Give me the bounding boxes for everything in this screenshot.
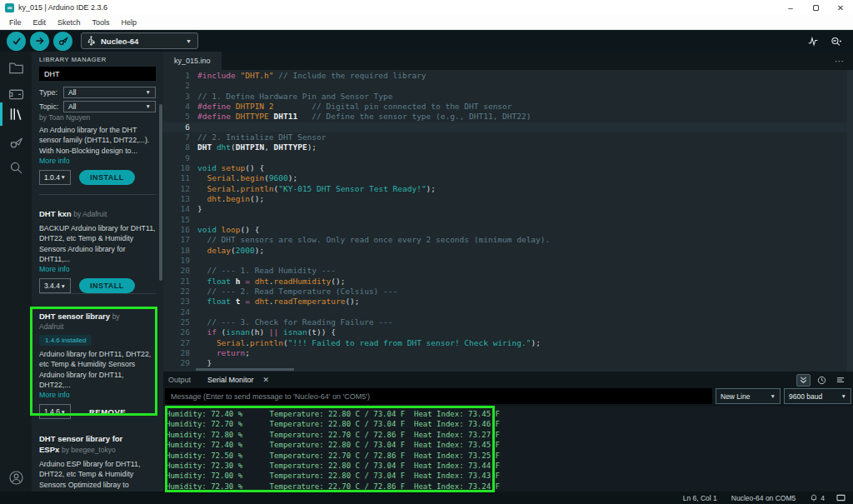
code-text: // --- 3. Check for Reading Failure --- [190, 317, 393, 327]
code-line: 15 [163, 215, 853, 225]
code-text: dht.begin(); [190, 194, 264, 204]
code-text [190, 256, 197, 266]
code-line: 27 Serial.println("!!! Failed to read fr… [163, 338, 853, 348]
library-item-dht-espx: DHT sensor library for ESPx by beegee_to… [39, 433, 157, 492]
menubar: File Edit Sketch Tools Help [0, 15, 853, 30]
window-title: ky_015 | Arduino IDE 2.3.6 [18, 3, 107, 12]
restore-button[interactable] [803, 0, 828, 15]
toolbar: Nucleo-64 ▼ [0, 30, 853, 52]
version-dropdown[interactable]: 3.4.4 ▼ [39, 278, 71, 293]
serial-plotter-icon[interactable] [807, 36, 819, 47]
debug-icon [57, 36, 68, 47]
serial-output[interactable]: Humidity: 72.40 % Temperature: 22.80 C /… [163, 407, 853, 492]
autoscroll-toggle[interactable] [796, 374, 811, 387]
sidebar-item-debug[interactable] [7, 133, 25, 152]
close-icon[interactable]: ✕ [263, 376, 270, 384]
line-number: 19 [163, 256, 190, 266]
code-line: 13 dht.begin(); [163, 194, 853, 204]
chevron-down-icon: ▼ [61, 409, 66, 415]
debug-sketch-icon [8, 136, 24, 150]
menu-sketch[interactable]: Sketch [52, 18, 87, 27]
line-number: 27 [163, 338, 190, 348]
serial-row: Humidity: 72.40 % Temperature: 22.80 C /… [166, 409, 853, 419]
board-status-icon[interactable] [836, 494, 846, 502]
code-editor[interactable]: 1#include "DHT.h" // Include the require… [163, 70, 853, 372]
tab-serial-monitor[interactable]: Serial Monitor [198, 376, 257, 384]
sidebar-item-boards-manager[interactable] [7, 85, 25, 103]
menu-file[interactable]: File [3, 18, 27, 27]
close-button[interactable]: ✕ [828, 0, 853, 15]
code-text [190, 215, 197, 225]
remove-button[interactable]: REMOVE [89, 407, 126, 417]
code-line: 17 // DHT sensors are slow. Only read on… [163, 235, 853, 245]
menu-edit[interactable]: Edit [27, 18, 52, 27]
code-line: 6 [163, 122, 853, 132]
baud-rate-dropdown[interactable]: 9600 baud ▼ [784, 388, 851, 404]
sidebar-item-library-manager[interactable] [7, 105, 25, 123]
version-dropdown[interactable]: 1.0.4 ▼ [39, 170, 71, 185]
topic-label: Topic: [39, 102, 63, 111]
library-search-input[interactable] [39, 67, 156, 81]
code-text: } [190, 358, 212, 368]
menu-help[interactable]: Help [116, 18, 143, 27]
code-line: 19 [163, 256, 853, 266]
more-info-link[interactable]: More info [39, 391, 157, 399]
sidebar-item-search[interactable] [7, 158, 25, 177]
line-number: 3 [163, 92, 190, 102]
code-line: 7// 2. Initialize DHT Sensor [163, 132, 853, 142]
type-dropdown[interactable]: All ▼ [63, 87, 156, 98]
tab-output[interactable]: Output [163, 376, 198, 384]
type-filter-row: Type: All ▼ [39, 86, 156, 98]
serial-row: Humidity: 72.40 % Temperature: 22.80 C /… [166, 440, 853, 450]
library-description: Arduino library for DHT11, DHT22, etc Te… [39, 349, 157, 390]
library-name: DHT sensor library by [39, 311, 157, 322]
serial-row: Humidity: 72.00 % Temperature: 22.80 C /… [166, 471, 853, 481]
divider [39, 194, 156, 195]
editor-vertical-scrollbar[interactable] [847, 70, 853, 372]
serial-message-input[interactable] [165, 388, 712, 404]
serial-message-row: New Line ▼ 9600 baud ▼ [165, 388, 851, 404]
account-button[interactable] [7, 468, 25, 487]
topic-filter-row: Topic: All ▼ [39, 100, 156, 112]
verify-button[interactable] [7, 32, 26, 51]
board-selector-label: Nucleo-64 [101, 37, 138, 46]
more-info-link[interactable]: More info [39, 265, 157, 273]
code-text: Serial.println("!!! Failed to read from … [190, 338, 541, 348]
window-controls: – ✕ [778, 0, 853, 15]
version-dropdown[interactable]: 1.4.6 ▼ [39, 404, 71, 419]
code-line: 20 // --- 1. Read Humidity --- [163, 266, 853, 276]
editor-horizontal-scrollbar[interactable] [196, 368, 294, 371]
cursor-position[interactable]: Ln 6, Col 1 [683, 494, 717, 502]
install-button[interactable]: INSTALL [79, 278, 135, 293]
clear-output-button[interactable] [833, 374, 847, 387]
line-number: 26 [163, 327, 190, 337]
serial-monitor-icon[interactable] [830, 36, 842, 47]
more-info-link[interactable]: More info [39, 157, 157, 165]
code-text: delay(2000); [190, 246, 264, 256]
timestamp-toggle[interactable] [815, 374, 829, 387]
board-port-status[interactable]: Nucleo-64 on COM5 [731, 494, 796, 502]
panel-title: LIBRARY MANAGER [39, 56, 107, 63]
editor-more-actions[interactable]: ⋯ [826, 52, 853, 70]
notifications-button[interactable]: 4 [810, 493, 825, 502]
sidebar-item-sketchbook[interactable] [7, 58, 25, 77]
chevron-down-icon: ▼ [146, 103, 151, 109]
library-author: by beegee_tokyo [62, 446, 116, 454]
board-selector[interactable]: Nucleo-64 ▼ [81, 32, 198, 49]
debug-button[interactable] [53, 32, 72, 51]
upload-button[interactable] [30, 32, 49, 51]
check-icon [12, 36, 22, 46]
topic-dropdown[interactable]: All ▼ [63, 101, 156, 112]
menu-tools[interactable]: Tools [87, 18, 116, 27]
line-ending-dropdown[interactable]: New Line ▼ [716, 388, 781, 404]
topic-value: All [68, 102, 76, 111]
arrow-right-icon [35, 36, 45, 46]
code-line: 25 // --- 3. Check for Reading Failure -… [163, 317, 853, 327]
panel-scrollbar[interactable] [159, 104, 162, 281]
line-number: 25 [163, 317, 190, 327]
install-button[interactable]: INSTALL [79, 170, 135, 185]
library-item-dht-sensor-library: DHT sensor library by Adafruit 1.4.6 ins… [39, 311, 157, 419]
tab-ky015-ino[interactable]: ky_015.ino [163, 52, 222, 70]
line-number: 21 [163, 277, 190, 287]
minimize-button[interactable]: – [778, 0, 803, 15]
